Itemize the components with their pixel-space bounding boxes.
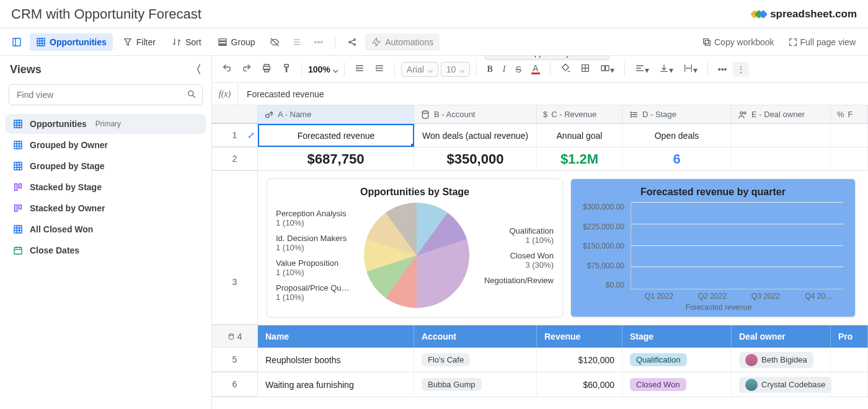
column-header-e[interactable]: E - Deal owner: [732, 105, 831, 123]
table-header-name[interactable]: Name: [258, 325, 414, 348]
bar-chart-card[interactable]: Forecasted revenue by quarter $300,000.0…: [570, 178, 856, 317]
select-all-corner[interactable]: [212, 105, 258, 123]
cell-name[interactable]: Waiting area furnishing: [258, 372, 414, 397]
more-vert-button[interactable]: ⋮: [733, 62, 749, 77]
svg-rect-19: [705, 40, 710, 45]
undo-button[interactable]: [218, 61, 236, 77]
borders-button[interactable]: [577, 61, 594, 77]
cell-E2[interactable]: [732, 147, 831, 170]
cell-B1[interactable]: Won deals (actual revenue): [414, 124, 537, 147]
wrap-button[interactable]: ▾: [680, 61, 701, 77]
copy-workbook-button[interactable]: Copy workbook: [697, 35, 779, 50]
account-pill[interactable]: Flo's Cafe: [422, 353, 470, 366]
more-options-button[interactable]: •••: [310, 33, 328, 51]
brand[interactable]: spreadsheet.com: [753, 8, 857, 20]
rownum[interactable]: 5: [212, 348, 258, 372]
cell-D2[interactable]: 6: [622, 147, 732, 170]
cell-stage[interactable]: Closed Won: [622, 372, 732, 397]
table-header-revenue[interactable]: Revenue: [537, 325, 622, 348]
column-header-d[interactable]: D - Stage: [622, 105, 732, 123]
pie-label: Proposal/Price Qu…1 (10%): [276, 283, 350, 302]
find-view-input[interactable]: [9, 84, 203, 105]
cell-A1[interactable]: Forecasted revenue: [258, 124, 414, 147]
stage-pill[interactable]: Closed Won: [630, 378, 686, 391]
kanban-icon: [12, 203, 24, 214]
cell-revenue[interactable]: $120,000: [537, 348, 622, 372]
view-item[interactable]: Grouped by Owner: [5, 135, 206, 155]
cell-pro[interactable]: [831, 348, 868, 372]
fill-color-button[interactable]: [557, 61, 574, 77]
sort-button[interactable]: Sort: [166, 33, 208, 51]
rownum[interactable]: 6: [212, 372, 258, 397]
group-button[interactable]: Group: [211, 33, 262, 51]
column-header-f[interactable]: %F: [831, 105, 868, 123]
owner-pill[interactable]: Beth Bigidea: [739, 352, 813, 368]
cell-A2[interactable]: $687,750: [258, 147, 414, 170]
cell-stage[interactable]: Qualification: [622, 348, 732, 372]
row-height-button[interactable]: [288, 33, 306, 51]
sheet-tab-opportunities[interactable]: Opportunities: [30, 33, 113, 51]
column-header-c[interactable]: $C - Revenue: [537, 105, 622, 123]
font-size-selector[interactable]: 10⌵: [441, 62, 471, 77]
owner-pill[interactable]: Crystal Codebase: [739, 377, 831, 393]
rownum-1[interactable]: 1⤢: [212, 124, 258, 147]
v-align-button[interactable]: ▾: [655, 61, 677, 77]
filter-button[interactable]: Filter: [117, 33, 162, 51]
cell-B2[interactable]: $350,000: [414, 147, 537, 170]
text-color-button[interactable]: A: [528, 61, 544, 77]
cell-D1[interactable]: Open deals: [622, 124, 732, 147]
table-header-owner[interactable]: Deal owner: [732, 325, 831, 348]
hide-columns-button[interactable]: [265, 33, 284, 51]
full-page-view-button[interactable]: Full page view: [783, 35, 861, 50]
cell-account[interactable]: Flo's Cafe: [414, 348, 537, 372]
pie-chart-card[interactable]: Opportunities by Stage Perception Analys…: [267, 178, 563, 317]
cell-owner[interactable]: Crystal Codebase: [732, 372, 831, 397]
formula-input[interactable]: Forecasted revenue: [238, 89, 868, 99]
merge-cells-button[interactable]: ▾: [596, 61, 618, 77]
view-item[interactable]: Stacked by Owner: [5, 198, 206, 218]
share-button[interactable]: [343, 33, 361, 51]
cell-C1[interactable]: Annual goal: [537, 124, 622, 147]
table-header-account[interactable]: Account: [414, 325, 537, 348]
outdent-button[interactable]: [351, 61, 368, 77]
cell-account[interactable]: Bubba Gump: [414, 372, 537, 397]
collapse-sidebar-icon[interactable]: 〈: [190, 62, 202, 77]
views-panel-toggle[interactable]: [7, 33, 26, 51]
indent-button[interactable]: [371, 61, 388, 77]
automations-button[interactable]: Automations: [365, 33, 440, 51]
column-header-b[interactable]: B - Account: [414, 105, 537, 123]
account-pill[interactable]: Bubba Gump: [422, 378, 482, 391]
expand-row-icon[interactable]: ⤢: [247, 130, 255, 140]
svg-line-22: [193, 95, 195, 98]
view-item[interactable]: Stacked by Stage: [5, 177, 206, 197]
rownum-3[interactable]: 3: [212, 171, 258, 325]
view-item[interactable]: OpportunitiesPrimary: [5, 114, 206, 134]
view-item[interactable]: Close Dates: [5, 240, 206, 260]
print-button[interactable]: [258, 61, 275, 77]
rownum-4[interactable]: 4: [212, 325, 258, 348]
cell-pro[interactable]: [831, 372, 868, 397]
cell-owner[interactable]: Beth Bigidea: [732, 348, 831, 372]
cell-C2[interactable]: $1.2M: [537, 147, 622, 170]
stage-pill[interactable]: Qualification: [630, 353, 687, 366]
cell-F1[interactable]: [831, 124, 868, 147]
view-item[interactable]: All Closed Won: [5, 219, 206, 239]
format-painter-button[interactable]: [278, 61, 295, 77]
rownum-2[interactable]: 2: [212, 147, 258, 170]
italic-button[interactable]: I: [499, 62, 510, 77]
table-header-stage[interactable]: Stage: [622, 325, 732, 348]
overflow-menu-button[interactable]: •••: [714, 62, 731, 77]
redo-button[interactable]: [238, 61, 255, 77]
view-item[interactable]: Grouped by Stage: [5, 156, 206, 176]
h-align-button[interactable]: ▾: [631, 61, 653, 77]
cell-revenue[interactable]: $60,000: [537, 372, 622, 397]
bold-button[interactable]: B: [483, 62, 496, 77]
strikethrough-button[interactable]: S: [512, 62, 525, 77]
table-header-pro[interactable]: Pro: [831, 325, 868, 348]
cell-E1[interactable]: [732, 124, 831, 147]
cell-F2[interactable]: [831, 147, 868, 170]
zoom-selector[interactable]: 100%⌵: [308, 64, 338, 74]
cell-name[interactable]: Reupholster booths: [258, 348, 414, 372]
font-selector[interactable]: Arial⌵: [401, 62, 438, 77]
column-header-a[interactable]: A - Name: [258, 105, 414, 123]
